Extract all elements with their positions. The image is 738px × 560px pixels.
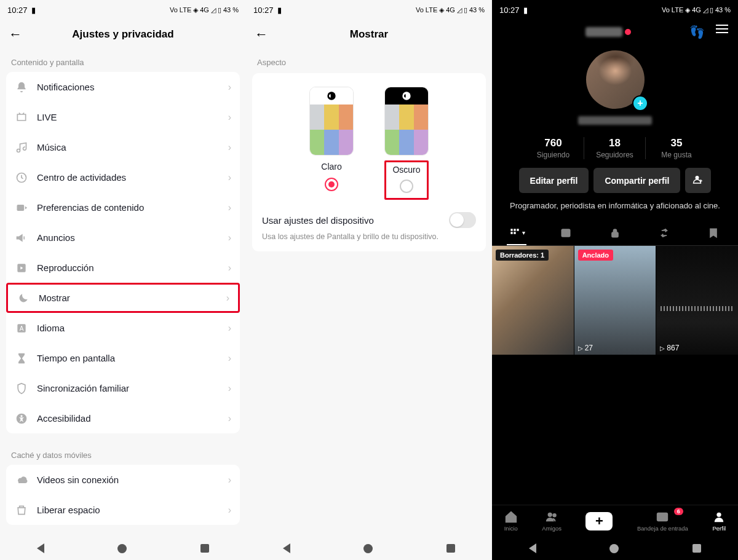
svg-point-17 xyxy=(717,513,721,517)
svg-point-14 xyxy=(549,513,552,517)
item-music[interactable]: Música› xyxy=(6,132,240,162)
bottom-nav: Inicio Amigos + 6Bandeja de entrada Perf… xyxy=(492,505,738,537)
item-activity[interactable]: Centro de actividades› xyxy=(6,162,240,192)
screen-profile: 10:27▮ Vo LTE◈4G◿▯43 % 👣 + 760Siguiendo … xyxy=(492,0,738,560)
item-free-space[interactable]: Liberar espacio› xyxy=(6,495,240,525)
status-bar: 10:27▮ Vo LTE◈4G◿▯43 % xyxy=(246,0,492,20)
screen-settings: 10:27▮ Vo LTE◈4G◿▯43 % ← Ajustes y priva… xyxy=(0,0,246,560)
stats: 760Siguiendo 18Seguidores 35Me gusta xyxy=(492,131,738,168)
item-content-pref[interactable]: Preferencias de contenido› xyxy=(6,192,240,223)
page-title: Mostrar xyxy=(269,28,469,41)
stat-followers[interactable]: 18Seguidores xyxy=(584,137,646,159)
nav-home[interactable] xyxy=(609,544,619,553)
tab-repost[interactable] xyxy=(640,220,689,245)
svg-rect-16 xyxy=(657,513,668,521)
svg-point-9 xyxy=(696,176,699,179)
item-ads[interactable]: Anuncios› xyxy=(6,223,240,253)
share-profile-button[interactable]: Compartir perfil xyxy=(593,168,680,193)
tab-private[interactable] xyxy=(541,220,590,245)
cache-list: Videos sin conexión› Liberar espacio› xyxy=(6,465,240,525)
device-settings-toggle[interactable] xyxy=(449,212,476,228)
nav-recent[interactable] xyxy=(692,544,701,553)
add-story-button[interactable]: + xyxy=(632,95,648,111)
tab-locked[interactable] xyxy=(590,220,640,245)
svg-text:A: A xyxy=(20,325,24,332)
system-nav xyxy=(492,537,738,560)
nav-back[interactable] xyxy=(529,543,536,553)
tab-grid[interactable]: ▾ xyxy=(492,220,541,245)
theme-dark[interactable]: Oscuro xyxy=(384,87,429,200)
nav-back[interactable] xyxy=(283,543,290,553)
back-arrow-icon[interactable]: ← xyxy=(9,26,23,42)
item-offline[interactable]: Videos sin conexión› xyxy=(6,465,240,495)
nav-recent[interactable] xyxy=(200,544,209,553)
nav-inbox[interactable]: 6Bandeja de entrada xyxy=(637,510,688,532)
stat-following[interactable]: 760Siguiendo xyxy=(523,137,584,159)
menu-icon[interactable] xyxy=(716,25,728,39)
page-title: Ajustes y privacidad xyxy=(23,28,223,41)
svg-point-15 xyxy=(553,514,556,517)
item-display[interactable]: Mostrar› xyxy=(6,283,240,313)
stat-likes[interactable]: 35Me gusta xyxy=(646,137,707,159)
status-bar: 10:27▮ Vo LTE◈4G◿▯43 % xyxy=(0,0,246,20)
video-item[interactable]: Anclado27 xyxy=(574,246,656,355)
device-settings-desc: Usa los ajustes de Pantalla y brillo de … xyxy=(261,232,477,243)
svg-rect-10 xyxy=(561,229,569,237)
svg-point-7 xyxy=(327,92,335,100)
add-friend-button[interactable] xyxy=(685,168,711,193)
tab-saved[interactable] xyxy=(689,220,738,245)
chevron-right-icon: › xyxy=(228,82,231,93)
item-notifications[interactable]: Notificaciones› xyxy=(6,72,240,102)
bio: Programador, periodista en informática y… xyxy=(492,193,738,220)
radio-dark[interactable] xyxy=(400,179,413,193)
sim-icon: ▮ xyxy=(31,6,36,15)
svg-rect-13 xyxy=(612,232,618,237)
radio-light[interactable] xyxy=(325,178,338,191)
wifi-icon: ◈ xyxy=(193,6,198,14)
profile-tabs: ▾ xyxy=(492,220,738,246)
profile-name[interactable] xyxy=(585,27,622,37)
svg-point-12 xyxy=(566,232,568,234)
system-nav xyxy=(246,537,492,560)
nav-home[interactable] xyxy=(363,544,373,553)
username xyxy=(578,116,652,125)
status-bar: 10:27▮ Vo LTE◈4G◿▯43 % xyxy=(492,0,738,20)
header: ← Mostrar xyxy=(246,20,492,49)
nav-back[interactable] xyxy=(37,543,44,553)
nav-recent[interactable] xyxy=(446,544,455,553)
header: ← Ajustes y privacidad xyxy=(0,20,246,49)
item-accessibility[interactable]: Accesibilidad› xyxy=(6,403,240,433)
footprint-icon[interactable]: 👣 xyxy=(689,25,705,39)
section-label: Caché y datos móviles xyxy=(0,442,246,465)
moon-icon xyxy=(17,292,30,304)
item-language[interactable]: AIdioma› xyxy=(6,313,240,343)
nav-friends[interactable]: Amigos xyxy=(542,510,561,532)
svg-point-6 xyxy=(20,415,22,417)
video-item[interactable]: 867 xyxy=(656,246,738,355)
svg-point-8 xyxy=(402,92,410,100)
aspect-card: Claro Oscuro Usar ajustes del dispositiv… xyxy=(252,73,486,251)
item-screentime[interactable]: Tiempo en pantalla› xyxy=(6,343,240,373)
section-label: Contenido y pantalla xyxy=(0,49,246,72)
device-settings-label: Usar ajustes del dispositivo xyxy=(262,215,374,226)
svg-rect-1 xyxy=(17,205,25,211)
theme-light[interactable]: Claro xyxy=(309,87,354,200)
edit-profile-button[interactable]: Editar perfil xyxy=(519,168,589,193)
nav-home[interactable]: Inicio xyxy=(504,510,518,532)
back-arrow-icon[interactable]: ← xyxy=(255,26,269,42)
item-family[interactable]: Sincronización familiar› xyxy=(6,373,240,403)
nav-create[interactable]: + xyxy=(585,512,613,530)
item-live[interactable]: LIVE› xyxy=(6,102,240,132)
nav-profile[interactable]: Perfil xyxy=(712,510,726,532)
svg-point-11 xyxy=(563,232,565,234)
settings-list: Notificaciones› LIVE› Música› Centro de … xyxy=(6,72,240,433)
nav-home[interactable] xyxy=(117,544,127,553)
video-drafts[interactable]: Borradores: 1 xyxy=(492,246,574,355)
screen-display: 10:27▮ Vo LTE◈4G◿▯43 % ← Mostrar Aspecto… xyxy=(246,0,492,560)
item-playback[interactable]: Reproducción› xyxy=(6,253,240,283)
aspect-label: Aspecto xyxy=(246,49,492,73)
battery-icon: ▯ xyxy=(218,6,221,14)
video-grid: Borradores: 1 Anclado27 867 xyxy=(492,246,738,355)
system-nav xyxy=(0,537,246,560)
